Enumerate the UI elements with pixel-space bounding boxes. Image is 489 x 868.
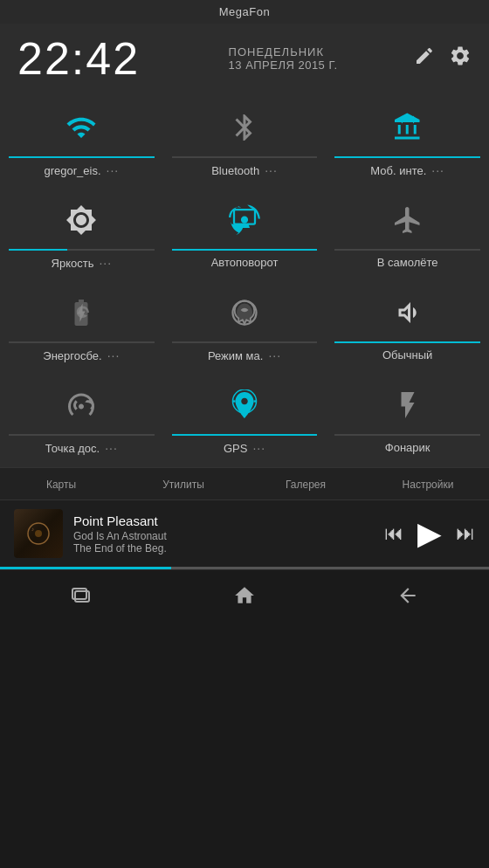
edit-icon[interactable] <box>414 45 435 72</box>
battery-saver-bar <box>9 341 155 343</box>
album-art: ♪ <box>14 509 63 558</box>
clock-day: ПОНЕДЕЛЬНИК <box>229 45 338 59</box>
qs-battery-saver[interactable]: Энергосбе. ··· <box>0 279 163 371</box>
reader-mode-label: Режим ма. <box>208 349 263 362</box>
bluetooth-label: Bluetooth <box>211 164 259 177</box>
qs-reader-mode[interactable]: Режим ма. ··· <box>163 279 327 371</box>
hotspot-dots[interactable]: ··· <box>105 441 118 455</box>
reader-mode-bar <box>172 341 318 343</box>
gps-label: GPS <box>224 442 247 455</box>
app-tab-maps[interactable]: Карты <box>0 468 122 499</box>
autorotate-icon <box>223 198 266 242</box>
brightness-icon <box>59 198 103 242</box>
battery-saver-label: Энергосбе. <box>43 349 101 362</box>
wifi-bar <box>9 156 155 158</box>
flashlight-icon <box>386 383 430 427</box>
qs-gps[interactable]: GPS ··· <box>163 371 327 464</box>
app-tab-utilities[interactable]: Утилиты <box>122 468 244 499</box>
bluetooth-icon <box>223 106 266 149</box>
sound-bar <box>334 341 480 343</box>
qs-flashlight[interactable]: Фонарик <box>326 371 489 464</box>
svg-point-2 <box>237 304 252 322</box>
flashlight-label: Фонарик <box>385 441 430 454</box>
wifi-dots[interactable]: ··· <box>107 163 120 177</box>
music-album: The End of the Beg. <box>73 542 374 555</box>
recent-apps-button[interactable] <box>52 579 110 617</box>
gps-dots[interactable]: ··· <box>252 441 265 455</box>
clock-full-date: 13 АПРЕЛЯ 2015 Г. <box>229 59 338 72</box>
airplane-label: В самолёте <box>377 256 438 269</box>
reader-mode-icon <box>223 291 266 334</box>
mobile-data-bar <box>334 156 480 158</box>
carrier-name: MegaFon <box>219 5 270 18</box>
airplane-bar <box>334 249 480 251</box>
gps-bar <box>172 434 318 436</box>
home-button[interactable] <box>216 579 273 617</box>
clock-area: 22:42 ПОНЕДЕЛЬНИК 13 АПРЕЛЯ 2015 Г. <box>0 24 489 93</box>
hotspot-label: Точка дос. <box>45 442 100 455</box>
mobile-data-icon <box>386 106 430 149</box>
wifi-icon <box>59 106 103 149</box>
bluetooth-dots[interactable]: ··· <box>265 163 278 177</box>
flashlight-bar <box>334 434 480 436</box>
status-bar: MegaFon <box>0 0 489 24</box>
hotspot-bar <box>9 434 155 436</box>
music-controls: ⏮ ▶ ⏭ <box>384 515 475 552</box>
sound-label: Обычный <box>382 348 432 362</box>
reader-mode-dots[interactable]: ··· <box>268 348 281 362</box>
gps-icon <box>223 383 266 427</box>
progress-fill <box>0 567 171 569</box>
music-title: Point Pleasant <box>73 513 374 528</box>
clock-date: ПОНЕДЕЛЬНИК 13 АПРЕЛЯ 2015 Г. <box>217 45 338 72</box>
quick-settings: gregor_eis. ··· Bluetooth ··· <box>0 93 489 467</box>
battery-saver-dots[interactable]: ··· <box>107 348 121 362</box>
music-artist: God Is An Astronaut <box>73 530 374 542</box>
hotspot-icon <box>59 383 103 427</box>
next-button[interactable]: ⏭ <box>456 522 475 545</box>
qs-hotspot[interactable]: Точка дос. ··· <box>0 371 163 464</box>
battery-saver-icon <box>59 291 103 334</box>
clock-time: 22:42 <box>17 36 140 81</box>
qs-brightness[interactable]: Яркость ··· <box>0 186 163 279</box>
autorotate-label: Автоповорот <box>211 256 279 269</box>
airplane-icon <box>386 198 430 242</box>
prev-button[interactable]: ⏮ <box>384 522 403 545</box>
app-tab-gallery[interactable]: Галерея <box>244 468 367 499</box>
wifi-label: gregor_eis. <box>44 164 100 177</box>
clock-icons <box>414 45 472 72</box>
music-player: ♪ Point Pleasant God Is An Astronaut The… <box>0 499 489 567</box>
app-tab-settings[interactable]: Настройки <box>367 468 489 499</box>
qs-sound[interactable]: Обычный <box>326 279 489 371</box>
brightness-dots[interactable]: ··· <box>99 256 112 270</box>
bluetooth-bar <box>172 156 318 158</box>
settings-icon[interactable] <box>449 45 472 72</box>
svg-point-9 <box>35 530 42 537</box>
autorotate-bar <box>172 249 318 251</box>
sound-icon <box>386 291 430 334</box>
mobile-data-dots[interactable]: ··· <box>431 163 444 177</box>
nav-bar <box>0 569 489 628</box>
music-info: Point Pleasant God Is An Astronaut The E… <box>73 513 374 555</box>
qs-airplane[interactable]: В самолёте <box>326 186 489 279</box>
apps-bar: Карты Утилиты Галерея Настройки <box>0 467 489 499</box>
brightness-label: Яркость <box>52 257 94 270</box>
back-button[interactable] <box>379 579 437 617</box>
mobile-data-label: Моб. инте. <box>370 164 426 177</box>
qs-mobile-data[interactable]: Моб. инте. ··· <box>326 93 489 186</box>
qs-grid: gregor_eis. ··· Bluetooth ··· <box>0 93 489 464</box>
progress-bar[interactable] <box>0 567 489 569</box>
play-button[interactable]: ▶ <box>417 515 442 552</box>
qs-wifi[interactable]: gregor_eis. ··· <box>0 93 163 186</box>
svg-text:♪: ♪ <box>31 527 34 532</box>
brightness-bar <box>9 249 155 251</box>
qs-bluetooth[interactable]: Bluetooth ··· <box>163 93 327 186</box>
qs-autorotate[interactable]: Автоповорот <box>163 186 327 279</box>
